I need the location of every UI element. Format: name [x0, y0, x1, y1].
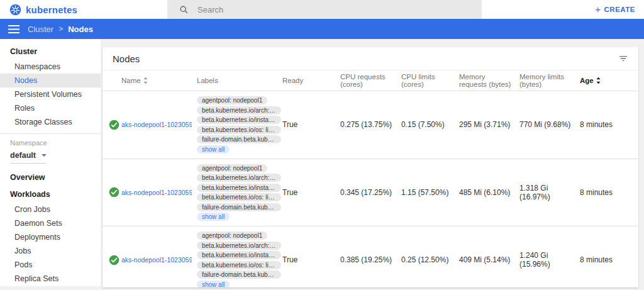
labels-cell: agentpool: nodepool1 beta.kubernetes.io/… — [197, 96, 282, 153]
card-header: Nodes — [103, 47, 638, 70]
table-header: Name Labels Ready CPU requests (cores) C… — [103, 70, 638, 91]
sidebar-item-nodes[interactable]: Nodes — [0, 74, 101, 87]
search-icon — [179, 5, 189, 14]
cpu-requests-cell: 0.345 (17.25%) — [340, 188, 401, 197]
sidebar-item-storage-classes[interactable]: Storage Classes — [0, 115, 101, 129]
sidebar-item-daemon-sets[interactable]: Daemon Sets — [0, 216, 101, 230]
menu-icon[interactable] — [0, 25, 28, 33]
cpu-requests-cell: 0.275 (13.75%) — [340, 120, 401, 129]
cpu-requests-cell: 0.385 (19.25%) — [340, 255, 401, 264]
sidebar: Cluster Namespaces Nodes Persistent Volu… — [0, 39, 101, 286]
breadcrumb: Cluster > Nodes — [28, 25, 93, 34]
cpu-limits-cell: 1.15 (57.50%) — [401, 188, 459, 197]
nodes-card: Nodes Name Labels Ready CPU r — [103, 47, 638, 287]
table-row[interactable]: aks-nodepool1-10230590-vm... agentpool: … — [103, 91, 638, 159]
breadcrumb-separator-icon: > — [58, 25, 63, 33]
column-header-cpu-limits: CPU limits (cores) — [401, 73, 459, 88]
cpu-limits-cell: 0.15 (7.50%) — [401, 120, 459, 129]
label-chip: beta.kubernetes.io/instance-t. — [197, 116, 281, 124]
column-header-cpu-requests: CPU requests (cores) — [340, 73, 401, 88]
top-header: kubernetes + CREATE — [0, 0, 644, 19]
create-button[interactable]: + CREATE — [595, 5, 635, 14]
search-input[interactable] — [197, 5, 436, 14]
label-chip: agentpool: nodepool1 — [197, 96, 267, 104]
sidebar-item-jobs[interactable]: Jobs — [0, 244, 101, 258]
column-header-name[interactable]: Name — [121, 77, 197, 84]
status-ok-icon — [109, 255, 119, 265]
namespace-label: Namespace — [0, 137, 101, 148]
ready-cell: True — [282, 255, 340, 264]
age-cell: 8 minutes — [580, 188, 638, 197]
namespace-select-value: default — [10, 151, 36, 160]
namespace-select[interactable]: default — [10, 151, 47, 164]
label-chip: agentpool: nodepool1 — [197, 164, 267, 172]
sidebar-group-workloads[interactable]: Workloads — [0, 186, 101, 203]
label-chip: failure-domain.beta.kubernet.. — [197, 270, 281, 279]
label-chip: beta.kubernetes.io/os: linux — [197, 193, 281, 201]
label-chip: beta.kubernetes.io/os: linux — [197, 261, 281, 269]
column-header-memory-requests: Memory requests (bytes) — [459, 73, 519, 88]
label-chip: beta.kubernetes.io/arch: amd. — [197, 174, 281, 182]
sort-icon — [596, 77, 601, 84]
ready-cell: True — [282, 188, 340, 197]
column-header-age[interactable]: Age — [580, 77, 638, 84]
sidebar-item-overview[interactable]: Overview — [0, 169, 101, 186]
label-chip: beta.kubernetes.io/arch: amd. — [197, 106, 281, 114]
age-cell: 8 minutes — [580, 120, 638, 129]
memory-limits-cell: 770 Mi (9.68%) — [519, 120, 580, 129]
label-chip: failure-domain.beta.kubernet.. — [197, 203, 281, 211]
cpu-limits-cell: 0.25 (12.50%) — [401, 255, 459, 264]
memory-limits-cell: 1.318 Gi (16.97%) — [519, 184, 580, 201]
card-title: Nodes — [113, 53, 140, 64]
sidebar-item-replication-controllers[interactable]: Replication Controllers — [0, 286, 101, 286]
label-chip: beta.kubernetes.io/instance-t. — [197, 184, 281, 192]
kubernetes-dashboard: kubernetes + CREATE Cluster > Nodes — [0, 0, 644, 290]
memory-requests-cell: 295 Mi (3.71%) — [459, 120, 519, 129]
filter-icon[interactable] — [618, 53, 628, 64]
table-row[interactable]: aks-nodepool1-10230590-vm... agentpool: … — [103, 226, 638, 287]
sidebar-item-deployments[interactable]: Deployments — [0, 230, 101, 244]
plus-icon: + — [595, 4, 601, 14]
ready-cell: True — [282, 120, 340, 129]
memory-requests-cell: 485 Mi (6.10%) — [459, 188, 519, 197]
label-chip: failure-domain.beta.kubernet.. — [197, 135, 281, 143]
column-header-labels: Labels — [197, 77, 282, 84]
create-button-label: CREATE — [604, 6, 635, 13]
show-all-button[interactable]: show all — [197, 281, 230, 288]
label-chip: agentpool: nodepool1 — [197, 231, 267, 240]
label-chip: beta.kubernetes.io/arch: amd. — [197, 242, 281, 250]
sidebar-item-cron-jobs[interactable]: Cron Jobs — [0, 203, 101, 216]
sidebar-item-persistent-volumes[interactable]: Persistent Volumes — [0, 87, 101, 101]
node-name-link[interactable]: aks-nodepool1-10230590-vm... — [121, 189, 192, 196]
show-all-button[interactable]: show all — [197, 145, 230, 153]
column-header-age-label: Age — [580, 77, 594, 84]
main-area: Cluster Namespaces Nodes Persistent Volu… — [0, 39, 644, 290]
brand-logo[interactable]: kubernetes — [0, 4, 77, 16]
age-cell: 8 minutes — [580, 255, 638, 264]
sidebar-item-namespaces[interactable]: Namespaces — [0, 60, 101, 74]
sort-icon — [143, 77, 148, 84]
status-ok-icon — [109, 187, 119, 198]
sidebar-divider — [0, 133, 101, 134]
sidebar-item-replica-sets[interactable]: Replica Sets — [0, 272, 101, 286]
status-ok-icon — [109, 120, 119, 130]
labels-cell: agentpool: nodepool1 beta.kubernetes.io/… — [197, 231, 282, 287]
column-header-name-label: Name — [121, 77, 141, 84]
table-row[interactable]: aks-nodepool1-10230590-vm... agentpool: … — [103, 159, 638, 227]
sidebar-item-roles[interactable]: Roles — [0, 101, 101, 115]
breadcrumb-cluster[interactable]: Cluster — [28, 25, 53, 34]
node-name-link[interactable]: aks-nodepool1-10230590-vm... — [121, 256, 192, 264]
search-bar[interactable] — [167, 0, 482, 19]
label-chip: beta.kubernetes.io/instance-t. — [197, 251, 281, 259]
memory-requests-cell: 409 Mi (5.14%) — [459, 255, 519, 264]
chevron-down-icon — [42, 154, 47, 157]
node-name-link[interactable]: aks-nodepool1-10230590-vm... — [121, 121, 192, 128]
show-all-button[interactable]: show all — [197, 213, 230, 221]
label-chip: beta.kubernetes.io/os: linux — [197, 126, 281, 134]
labels-cell: agentpool: nodepool1 beta.kubernetes.io/… — [197, 164, 282, 221]
brand-name: kubernetes — [26, 4, 77, 15]
kubernetes-wheel-icon — [9, 4, 21, 16]
breadcrumb-bar: Cluster > Nodes — [0, 19, 644, 39]
sidebar-group-cluster[interactable]: Cluster — [0, 43, 101, 60]
sidebar-item-pods[interactable]: Pods — [0, 258, 101, 272]
